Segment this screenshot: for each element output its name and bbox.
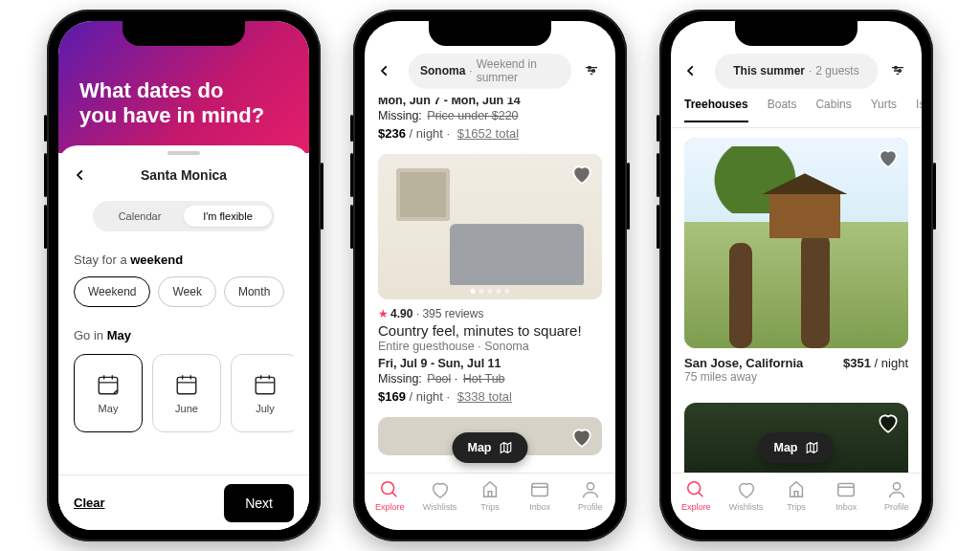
photo-dots: [471, 289, 510, 294]
date-sheet: Santa Monica Calendar I'm flexible Stay …: [58, 145, 309, 530]
search-main: This summer: [733, 64, 805, 77]
cat-islands[interactable]: Islands: [916, 98, 922, 121]
search-sub: 2 guests: [815, 64, 858, 77]
star-icon: ★: [378, 307, 389, 320]
cat-treehouses[interactable]: Treehouses: [684, 98, 748, 122]
svg-rect-11: [838, 484, 855, 496]
next-button[interactable]: Next: [224, 484, 294, 522]
seg-calendar[interactable]: Calendar: [96, 206, 184, 227]
month-july[interactable]: July: [231, 354, 294, 432]
tab-trips[interactable]: Trips: [771, 479, 821, 512]
tab-inbox[interactable]: Inbox: [821, 479, 871, 512]
listing-photo[interactable]: [684, 138, 908, 348]
calendar-icon: [174, 372, 199, 397]
svg-point-12: [893, 483, 900, 490]
search-sub: Weekend in summer: [477, 57, 560, 84]
svg-rect-6: [532, 484, 548, 496]
peek-dates: Mon, Jun 7 - Mon, Jun 14: [378, 98, 602, 107]
search-pill[interactable]: Sonoma · Weekend in summer: [409, 54, 571, 88]
month-may[interactable]: May: [74, 354, 143, 432]
peek-missing: Missing: Price under $220: [378, 109, 602, 122]
search-pill[interactable]: This summer · 2 guests: [715, 54, 878, 88]
listing-location: San Jose, California: [684, 356, 803, 370]
results-scroll[interactable]: Mon, Jun 7 - Mon, Jun 14 Missing: Price …: [365, 98, 615, 473]
svg-rect-1: [177, 377, 196, 393]
tab-trips[interactable]: Trips: [465, 479, 515, 512]
listing-price: $351 / night: [843, 356, 908, 384]
map-icon: [500, 441, 513, 454]
tab-bar: Explore Wishlists Trips Inbox Profile: [671, 473, 922, 530]
notch: [429, 21, 551, 46]
location-title: Santa Monica: [74, 167, 294, 183]
map-icon: [806, 441, 819, 454]
duration-month[interactable]: Month: [224, 276, 284, 307]
clear-button[interactable]: Clear: [74, 496, 105, 510]
phone-results-sonoma: Sonoma · Weekend in summer Mon, Jun 7 - …: [353, 10, 627, 541]
notch: [735, 21, 858, 46]
listing-missing: Missing: Pool · Hot Tub: [378, 372, 602, 386]
svg-point-5: [382, 482, 394, 495]
tab-wishlists[interactable]: Wishlists: [414, 479, 464, 512]
listing-rating: ★4.90 · 395 reviews: [378, 307, 602, 320]
tab-explore[interactable]: Explore: [671, 479, 721, 512]
listing-price: $169 / night · $338 total: [378, 389, 602, 404]
phone-categories: This summer · 2 guests Treehouses Boats …: [659, 10, 933, 541]
tab-explore[interactable]: Explore: [365, 479, 414, 512]
listing-type: Entire guesthouse · Sonoma: [378, 340, 602, 353]
map-button[interactable]: Map: [453, 432, 528, 463]
listing-photo[interactable]: [378, 154, 602, 299]
back-button[interactable]: [684, 64, 705, 77]
back-button[interactable]: [378, 64, 399, 77]
svg-rect-2: [256, 377, 275, 393]
sheet-handle[interactable]: [167, 151, 200, 155]
mode-segmented-control[interactable]: Calendar I'm flexible: [93, 201, 275, 231]
listing-title: Country feel, minutes to square!: [378, 322, 602, 339]
filter-button[interactable]: [887, 60, 908, 81]
tab-profile[interactable]: Profile: [566, 479, 615, 512]
notch: [122, 21, 245, 46]
hero-line: What dates do: [79, 78, 288, 103]
wishlist-heart[interactable]: [876, 145, 901, 170]
tab-inbox[interactable]: Inbox: [515, 479, 565, 512]
cat-yurts[interactable]: Yurts: [871, 98, 897, 121]
stay-label: Stay for a weekend: [74, 253, 294, 267]
wishlist-heart[interactable]: [569, 425, 594, 450]
filter-button[interactable]: [581, 60, 602, 81]
svg-point-10: [688, 482, 701, 495]
peek-price: $236 / night · $1652 total: [378, 126, 602, 141]
month-june[interactable]: June: [152, 354, 221, 432]
hero-line: you have in mind?: [79, 103, 288, 128]
listing-dates: Fri, Jul 9 - Sun, Jul 11: [378, 357, 602, 370]
seg-flexible[interactable]: I'm flexible: [184, 206, 272, 227]
tab-wishlists[interactable]: Wishlists: [721, 479, 770, 512]
go-label: Go in May: [74, 328, 294, 342]
category-tabs[interactable]: Treehouses Boats Cabins Yurts Islands: [671, 98, 922, 128]
map-button[interactable]: Map: [759, 432, 835, 463]
tab-profile[interactable]: Profile: [872, 479, 922, 512]
listing-card[interactable]: ★4.90 · 395 reviews Country feel, minute…: [378, 154, 602, 404]
wishlist-heart[interactable]: [876, 410, 901, 435]
wishlist-heart[interactable]: [569, 162, 594, 187]
listing-distance: 75 miles away: [684, 370, 803, 384]
tab-bar: Explore Wishlists Trips Inbox Profile: [365, 473, 615, 530]
results-scroll[interactable]: San Jose, California 75 miles away $351 …: [671, 128, 922, 473]
duration-weekend[interactable]: Weekend: [74, 276, 150, 307]
calendar-icon: [253, 372, 278, 397]
svg-rect-0: [99, 377, 118, 393]
listing-info: San Jose, California 75 miles away $351 …: [684, 356, 908, 384]
cat-cabins[interactable]: Cabins: [815, 98, 851, 121]
svg-point-7: [587, 483, 593, 490]
duration-week[interactable]: Week: [158, 276, 215, 307]
search-main: Sonoma: [420, 64, 465, 77]
cat-boats[interactable]: Boats: [768, 98, 797, 121]
calendar-icon: [96, 372, 121, 397]
phone-dates: What dates do you have in mind? Santa Mo…: [47, 10, 321, 541]
